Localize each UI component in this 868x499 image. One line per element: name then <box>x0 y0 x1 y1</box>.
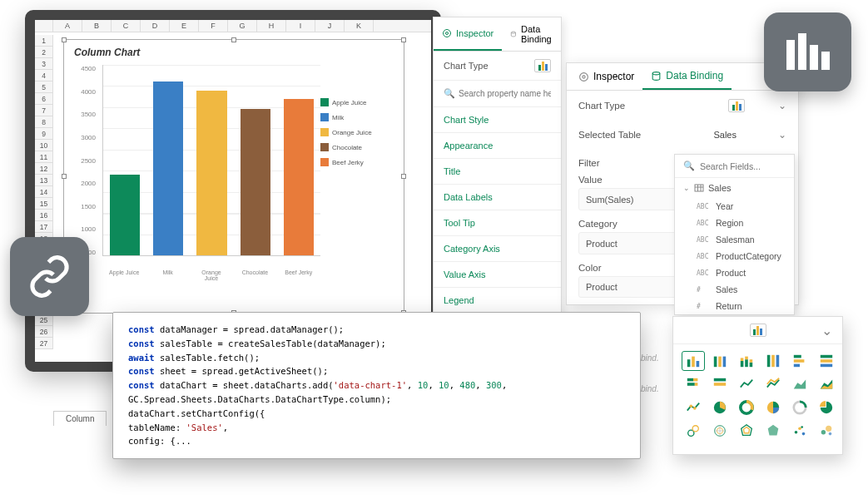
svg-rect-27 <box>794 364 800 368</box>
property-tool-tip[interactable]: Tool Tip <box>434 210 561 236</box>
svg-rect-22 <box>767 355 771 367</box>
svg-rect-36 <box>714 383 726 386</box>
svg-rect-34 <box>695 383 698 386</box>
fields-group-sales[interactable]: ⌄ Sales <box>675 178 794 198</box>
svg-rect-21 <box>750 359 753 363</box>
chart-type-option-12[interactable] <box>682 398 705 417</box>
value-label: Value <box>578 175 603 185</box>
bar-chart-icon <box>728 99 745 112</box>
field-product[interactable]: ABCProduct <box>675 264 794 281</box>
chart-type-option-4[interactable] <box>788 351 811 371</box>
svg-rect-31 <box>687 378 693 382</box>
link-icon-decoration <box>10 237 89 316</box>
color-label: Color <box>578 263 601 273</box>
chart-type-option-16[interactable] <box>788 398 811 417</box>
chart-type-option-7[interactable] <box>708 374 732 394</box>
property-chart-style[interactable]: Chart Style <box>434 107 561 133</box>
bar-milk[interactable] <box>153 82 183 255</box>
chart-type-option-2[interactable] <box>735 351 758 371</box>
chart-type-option-19[interactable] <box>708 421 732 441</box>
chart-type-option-11[interactable] <box>815 374 838 394</box>
chart-type-option-9[interactable] <box>761 374 785 394</box>
svg-point-1 <box>446 32 449 35</box>
chart-type-option-6[interactable] <box>682 374 705 394</box>
fields-search[interactable]: 🔍 <box>675 155 794 178</box>
field-productcategory[interactable]: ABCProductCategory <box>675 248 794 264</box>
bind-hint: bind. <box>641 384 659 393</box>
chart-picker-panel <box>672 316 843 455</box>
field-sales[interactable]: #Sales <box>675 281 794 298</box>
chart-type-option-13[interactable] <box>708 398 732 417</box>
sheet-tab-column[interactable]: Column <box>53 411 107 426</box>
svg-point-0 <box>444 30 451 37</box>
fields-search-input[interactable] <box>700 161 786 171</box>
field-year[interactable]: ABCYear <box>675 198 794 215</box>
bar-chart-icon <box>750 324 766 337</box>
bar-apple-juice[interactable] <box>110 175 140 255</box>
property-value-axis[interactable]: Value Axis <box>434 262 561 288</box>
property-legend[interactable]: Legend <box>434 288 561 314</box>
chart-title: Column Chart <box>64 40 404 65</box>
svg-marker-52 <box>768 425 779 436</box>
tab-inspector[interactable]: Inspector <box>434 17 502 51</box>
chart-type-selector[interactable]: Chart Type ⌄ <box>567 91 798 121</box>
svg-rect-26 <box>794 359 805 363</box>
tab-data-binding-2[interactable]: Data Binding <box>642 63 732 90</box>
chart-picker-header[interactable] <box>673 317 842 344</box>
chart-type-option-1[interactable] <box>708 351 732 371</box>
svg-point-57 <box>821 430 826 434</box>
field-return[interactable]: #Return <box>675 298 794 314</box>
svg-rect-25 <box>794 355 801 358</box>
tab-data-binding[interactable]: Data Binding <box>502 17 563 51</box>
chart-type-option-14[interactable] <box>735 398 758 417</box>
property-data-labels[interactable]: Data Labels <box>434 185 561 210</box>
svg-rect-11 <box>692 357 695 368</box>
svg-marker-51 <box>743 427 749 433</box>
chart-picker-grid <box>673 344 842 447</box>
chart-type-option-17[interactable] <box>815 398 838 417</box>
selected-table-row[interactable]: Selected Table Sales ⌄ <box>567 121 798 149</box>
field-salesman[interactable]: ABCSalesman <box>675 231 794 248</box>
svg-rect-15 <box>723 357 727 368</box>
chart-legend: Apple JuiceMilkOrange JuiceChocolateBeef… <box>320 65 395 281</box>
svg-point-58 <box>826 426 831 432</box>
chart-type-option-5[interactable] <box>815 351 838 371</box>
chart-type-option-20[interactable] <box>735 421 758 441</box>
property-search[interactable]: 🔍 <box>434 81 561 107</box>
bar-beef-jerky[interactable] <box>284 99 314 255</box>
svg-rect-16 <box>741 361 744 367</box>
property-title[interactable]: Title <box>434 159 561 185</box>
property-appearance[interactable]: Appearance <box>434 133 561 159</box>
bar-orange-juice[interactable] <box>196 91 226 255</box>
embedded-chart[interactable]: Column Chart 450040003500300025002000150… <box>63 39 404 314</box>
svg-point-3 <box>580 72 588 81</box>
property-search-input[interactable] <box>459 89 551 98</box>
chart-type-row[interactable]: Chart Type <box>434 52 561 81</box>
chart-type-option-18[interactable] <box>682 421 705 441</box>
svg-rect-62 <box>810 45 818 70</box>
bind-hint: bind. <box>641 353 659 363</box>
bar-chocolate[interactable] <box>241 109 270 255</box>
chart-type-option-10[interactable] <box>788 374 811 394</box>
svg-rect-12 <box>697 361 700 367</box>
property-category-axis[interactable]: Category Axis <box>434 236 561 262</box>
svg-point-47 <box>692 426 698 432</box>
chart-type-option-3[interactable] <box>761 351 785 371</box>
svg-rect-17 <box>741 358 744 361</box>
field-region[interactable]: ABCRegion <box>675 215 794 231</box>
svg-rect-13 <box>714 357 717 368</box>
chevron-down-icon: ⌄ <box>778 129 786 141</box>
chart-type-option-0[interactable] <box>682 351 705 371</box>
search-icon: 🔍 <box>683 161 695 171</box>
chart-type-option-15[interactable] <box>761 398 785 417</box>
tab-inspector-2[interactable]: Inspector <box>570 63 642 90</box>
svg-rect-10 <box>687 359 691 367</box>
svg-rect-6 <box>695 185 703 191</box>
chart-type-option-22[interactable] <box>788 421 811 441</box>
chart-type-option-23[interactable] <box>815 421 838 441</box>
sheet-tabs[interactable]: Column <box>53 411 108 426</box>
svg-rect-30 <box>821 364 832 368</box>
chart-type-option-8[interactable] <box>735 374 758 394</box>
chart-type-option-21[interactable] <box>761 421 785 441</box>
svg-rect-33 <box>687 383 695 386</box>
